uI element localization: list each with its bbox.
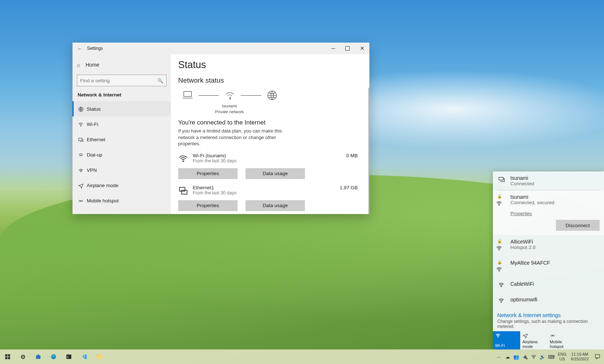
taskbar-app-settings[interactable]: ⚙ [15,349,31,364]
home-label: Home [86,62,99,68]
home-nav[interactable]: ⌂ Home [72,57,171,72]
svg-rect-22 [5,354,7,356]
svg-point-16 [499,250,499,250]
start-button[interactable] [0,349,15,364]
flyout-current-network[interactable]: tsunami Connected [493,171,604,190]
dialup-icon [78,151,87,158]
svg-point-15 [499,205,499,206]
taskbar-app-explorer[interactable] [92,349,107,364]
flyout-active-network[interactable]: 🔒 tsunami Connected, secured Properties … [493,190,604,235]
network-sub: From the last 30 days [193,190,340,195]
pc-network-icon [498,175,506,184]
svg-rect-2 [79,138,82,141]
network-name: optimumwifi [510,297,537,302]
wifi-icon [498,281,506,289]
tile-wifi[interactable]: Wi-Fi [493,331,520,349]
network-usage: 0 MB [346,153,360,158]
find-setting-search[interactable]: 🔍 [77,75,166,86]
svg-point-9 [230,98,231,99]
flyout-network-item[interactable]: 🔒 AlticeWiFi Hotspot 2.0 [493,235,604,256]
settings-link-sub: Change settings, such as making a connec… [497,319,600,329]
flyout-network-item[interactable]: CableWiFi [493,277,604,293]
properties-button[interactable]: Properties [178,168,238,179]
svg-rect-8 [184,92,192,97]
sidebar-item-wifi[interactable]: Wi-Fi [72,116,171,132]
sidebar-item-status[interactable]: Status [72,101,171,116]
wifi-secured-icon: 🔒 [498,260,506,274]
tile-hotspot[interactable]: Mobile hotspot [548,331,575,349]
clock-date: 6/15/2022 [571,357,589,361]
airplane-icon [78,182,87,189]
network-name: Ethernet1 [193,185,340,190]
properties-link[interactable]: Properties [510,211,532,216]
tray-volume-icon[interactable]: 🔊 [538,349,547,364]
ethernet-icon [78,136,87,143]
wifi-secured-icon: 🔒 [498,239,506,253]
status-icon [78,106,87,112]
tile-label: Airplane mode [522,340,545,349]
network-name: tsunami [510,194,554,200]
tray-wifi-icon[interactable] [529,349,538,364]
wifi-icon [78,121,87,127]
hotspot-icon [78,197,87,204]
sidebar-item-hotspot[interactable]: Mobile hotspot [72,193,171,208]
back-button[interactable]: ← [72,46,87,52]
network-name: MyAltice 94AFCF [510,260,550,266]
network-row-ethernet: Ethernet1 From the last 30 days 1.97 GB [178,185,360,197]
scrollbar[interactable] [368,88,369,214]
flyout-network-item[interactable]: optimumwifi [493,293,604,309]
tray-meet-icon[interactable]: 👥 [512,349,521,364]
tile-airplane[interactable]: Airplane mode [520,331,548,349]
window-titlebar[interactable]: ← Settings ✕ [72,43,369,54]
maximize-button[interactable] [340,43,355,54]
wifi-icon [495,333,518,340]
sidebar-item-ethernet[interactable]: Ethernet [72,132,171,147]
flyout-network-item[interactable]: 🔒 MyAltice 94AFCF [493,256,604,277]
disconnect-button[interactable]: Disconnect [556,220,600,231]
taskbar-app-edge[interactable] [46,349,61,364]
taskbar-app-terminal[interactable] [61,349,77,364]
network-name: tsunami [510,175,534,181]
tray-keyboard-icon[interactable]: ⌨ [547,349,556,364]
globe-icon [265,88,279,103]
sidebar-item-dialup[interactable]: Dial-up [72,147,171,162]
tray-clock[interactable]: 11:10 AM 6/15/2022 [569,349,591,364]
svg-point-3 [80,155,80,156]
sidebar-item-label: Mobile hotspot [87,198,119,203]
settings-sidebar: ⌂ Home 🔍 Network & Internet Status Wi-Fi… [72,54,171,214]
svg-point-32 [534,358,534,358]
taskbar-app-vscode[interactable] [77,349,92,364]
svg-rect-29 [66,355,71,359]
connection-headline: You're connected to the Internet [178,119,360,126]
network-usage: 1.97 GB [340,185,360,190]
tile-label: Mobile hotspot [550,340,573,349]
diagram-profile: Private network [188,109,271,115]
sidebar-item-vpn[interactable]: VPN [72,162,171,178]
sidebar-item-airplane[interactable]: Airplane mode [72,178,171,193]
close-button[interactable]: ✕ [355,43,369,54]
taskbar-app-store[interactable] [31,349,46,364]
tray-chevron-up-icon[interactable]: ︿ [494,349,503,364]
tray-onedrive-icon[interactable]: ☁ [503,349,512,364]
data-usage-button[interactable]: Data usage [246,200,305,211]
svg-point-4 [81,155,81,156]
properties-button[interactable]: Properties [178,200,238,211]
sidebar-item-label: Dial-up [87,152,102,158]
tray-action-center[interactable] [591,349,604,364]
settings-window: ← Settings ✕ ⌂ Home 🔍 Network & Internet… [72,43,369,214]
tray-language[interactable]: ENG US [556,349,569,364]
tray-power-icon[interactable]: 🔌 [521,349,529,364]
svg-point-11 [183,161,184,162]
data-usage-button[interactable]: Data usage [246,168,305,179]
search-input[interactable] [80,78,157,83]
wifi-flyout: tsunami Connected 🔒 tsunami Connected, s… [493,171,604,349]
sidebar-section-header: Network & Internet [72,90,171,101]
flyout-settings-link[interactable]: Network & Internet settings Change setti… [493,309,604,331]
minimize-button[interactable] [326,43,340,54]
svg-rect-23 [8,354,10,356]
settings-content: Status Network status tsunami Private ne… [171,54,369,214]
network-name: Wi-Fi (tsunami) [193,153,346,158]
hotspot-icon [550,333,573,340]
network-diagram [180,88,360,103]
wifi-icon [223,88,237,103]
